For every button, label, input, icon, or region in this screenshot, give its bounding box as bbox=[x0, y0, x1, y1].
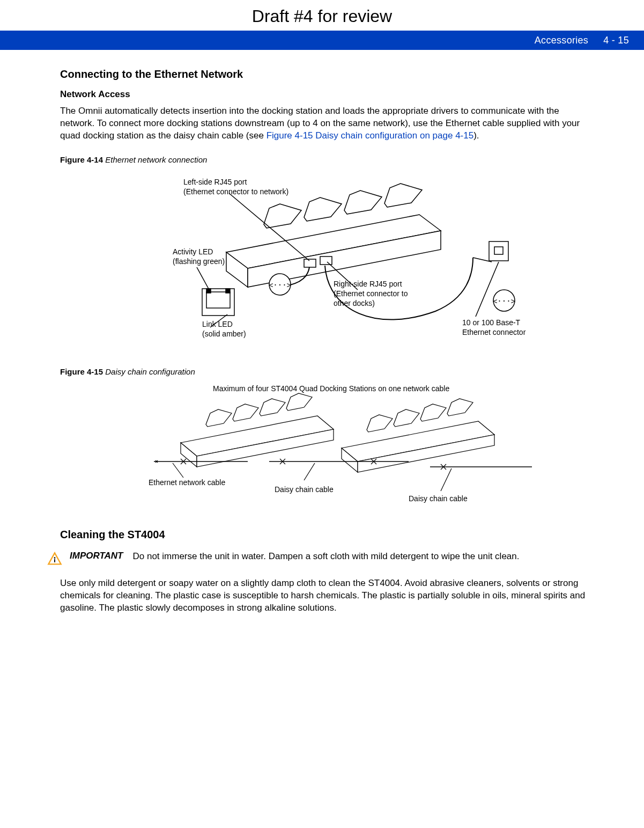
figure-414-illustration: <···> <···> Left-side RJ45 port (Etherne… bbox=[119, 172, 596, 354]
callout-activity-led: Activity LED (flashing green) bbox=[173, 247, 225, 266]
callout-ethernet-connector: 10 or 100 Base-T Ethernet connector bbox=[462, 318, 525, 337]
callout-text: (flashing green) bbox=[173, 257, 225, 266]
callout-max-four: Maximum of four ST4004 Quad Docking Stat… bbox=[213, 384, 481, 393]
cleaning-paragraph: Use only mild detergent or soapy water o… bbox=[60, 577, 596, 614]
callout-daisy-cable-1: Daisy chain cable bbox=[275, 485, 334, 494]
section-name: Accessories bbox=[535, 35, 588, 46]
callout-right-rj45: Right-side RJ45 port (Ethernet connector… bbox=[334, 279, 408, 309]
svg-line-19 bbox=[441, 468, 451, 491]
callout-text: 10 or 100 Base-T bbox=[462, 318, 525, 327]
callout-text: other docks) bbox=[334, 298, 408, 308]
callout-daisy-cable-2: Daisy chain cable bbox=[409, 494, 468, 503]
intro-paragraph: The Omnii automatically detects insertio… bbox=[60, 105, 596, 142]
callout-text: Left-side RJ45 port bbox=[183, 177, 288, 187]
warning-icon bbox=[47, 552, 62, 567]
heading-cleaning: Cleaning the ST4004 bbox=[60, 529, 596, 541]
subheading-network-access: Network Access bbox=[60, 89, 596, 100]
callout-left-rj45: Left-side RJ45 port (Ethernet connector … bbox=[183, 177, 288, 196]
svg-rect-3 bbox=[206, 292, 230, 308]
svg-line-16 bbox=[476, 262, 499, 317]
important-text: Do not immerse the unit in water. Dampen… bbox=[132, 551, 519, 563]
figure-415-title: Daisy chain configuration bbox=[105, 367, 195, 376]
figure-415-label: Figure 4-15 bbox=[60, 367, 103, 376]
svg-rect-21 bbox=[54, 559, 55, 562]
callout-text: Ethernet connector bbox=[462, 327, 525, 337]
callout-text: Right-side RJ45 port bbox=[334, 279, 408, 289]
svg-line-18 bbox=[304, 463, 315, 480]
figure-414-title: Ethernet network connection bbox=[105, 155, 207, 164]
para-post: ). bbox=[473, 130, 479, 141]
svg-rect-7 bbox=[494, 247, 503, 254]
callout-text: Activity LED bbox=[173, 247, 225, 257]
svg-rect-1 bbox=[320, 257, 332, 265]
svg-rect-5 bbox=[226, 289, 230, 293]
figure-415-illustration: Maximum of four ST4004 Quad Docking Stat… bbox=[119, 384, 596, 507]
svg-line-13 bbox=[197, 267, 209, 290]
important-label: IMPORTANT bbox=[70, 551, 123, 563]
figure-415-caption: Figure 4-15 Daisy chain configuration bbox=[60, 367, 596, 376]
svg-rect-0 bbox=[304, 259, 316, 267]
callout-link-led: Link LED (solid amber) bbox=[202, 319, 246, 339]
draft-header: Draft #4 for review bbox=[0, 0, 644, 31]
figure-cross-reference-link[interactable]: Figure 4-15 Daisy chain configuration on… bbox=[267, 130, 474, 141]
svg-text:<···>: <···> bbox=[269, 281, 291, 289]
callout-text: (solid amber) bbox=[202, 329, 246, 339]
page-number: 4 - 15 bbox=[603, 35, 629, 46]
svg-text:<···>: <···> bbox=[493, 297, 515, 305]
heading-connecting: Connecting to the Ethernet Network bbox=[60, 68, 596, 80]
figure-414-caption: Figure 4-14 Ethernet network connection bbox=[60, 155, 596, 164]
callout-ethernet-cable: Ethernet network cable bbox=[149, 478, 225, 487]
figure-415-svg bbox=[119, 384, 548, 507]
callout-text: (Ethernet connector to bbox=[334, 289, 408, 298]
figure-414-label: Figure 4-14 bbox=[60, 155, 103, 164]
callout-text: (Ethernet connector to network) bbox=[183, 187, 288, 196]
svg-line-17 bbox=[173, 463, 183, 478]
svg-point-20 bbox=[54, 557, 56, 559]
important-note: IMPORTANT Do not immerse the unit in wat… bbox=[47, 551, 596, 567]
page-header-bar: Accessories 4 - 15 bbox=[0, 31, 644, 50]
callout-text: Link LED bbox=[202, 319, 246, 329]
